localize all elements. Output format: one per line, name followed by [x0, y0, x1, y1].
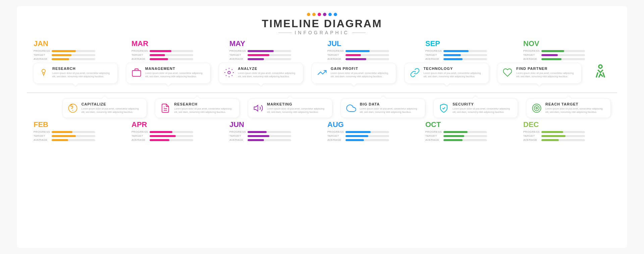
progress-bar-fill [541, 54, 558, 56]
progress-label: AVERAGE [425, 57, 441, 60]
runner-icon-extra [590, 63, 610, 83]
progress-label: PROGRESS [229, 49, 246, 52]
card-title: RESEARCH [52, 67, 113, 71]
svg-point-12 [536, 108, 537, 109]
progress-label: TARGET [131, 53, 148, 56]
card-title: BIG DATA [360, 102, 421, 106]
subtitle: INFOGRAPHIC [27, 30, 617, 35]
card-content: CAPITALIZELorem ipsum dolor sit psa amet… [82, 102, 143, 114]
progress-bar-bg [52, 58, 95, 60]
progress-bar-fill [150, 131, 172, 133]
header-dot [334, 13, 337, 16]
progress-rows: PROGRESSTARGETAVERAGE [523, 49, 610, 60]
progress-bar-bg [150, 58, 193, 60]
progress-bar-bg [150, 50, 193, 52]
progress-bar-fill [443, 54, 461, 56]
card-title: MARKETING [267, 102, 328, 106]
card-title: GAIN PROFIT [331, 67, 392, 71]
progress-row: AVERAGE [523, 57, 610, 60]
month-block: FEBPROGRESSTARGETAVERAGE [34, 120, 121, 141]
progress-row: PROGRESS [34, 130, 121, 133]
coin-icon [67, 102, 79, 114]
progress-row: PROGRESS [327, 49, 415, 52]
link-icon [409, 67, 421, 79]
info-card: FIND PARTNERLorem ipsum dolor sit psa am… [497, 63, 581, 83]
progress-bar-bg [52, 131, 95, 133]
progress-bar-fill [248, 58, 264, 60]
progress-label: PROGRESS [327, 130, 343, 133]
svg-marker-9 [254, 105, 258, 111]
subtitle-line-left [278, 33, 292, 33]
progress-row: AVERAGE [34, 57, 121, 60]
progress-row: TARGET [34, 53, 121, 56]
progress-bar-bg [150, 135, 193, 137]
progress-row: AVERAGE [425, 57, 513, 60]
info-card: CAPITALIZELorem ipsum dolor sit psa amet… [63, 99, 147, 118]
progress-row: PROGRESS [523, 130, 610, 133]
progress-bar-bg [345, 58, 389, 60]
progress-label: TARGET [523, 134, 539, 137]
progress-bar-fill [150, 50, 171, 52]
lightbulb-icon [38, 67, 50, 79]
briefcase-icon [130, 67, 143, 79]
progress-rows: PROGRESSTARGETAVERAGE [131, 130, 219, 141]
progress-label: TARGET [327, 53, 343, 56]
progress-bar-fill [52, 131, 72, 133]
timeline-divider [27, 89, 617, 96]
progress-row: PROGRESS [229, 49, 317, 52]
progress-label: AVERAGE [131, 57, 148, 60]
progress-row: TARGET [229, 53, 317, 56]
month-label: JUL [327, 39, 415, 48]
progress-label: PROGRESS [34, 49, 50, 52]
progress-label: PROGRESS [425, 130, 441, 133]
card-title: RESEARCH [174, 102, 235, 106]
card-content: RESEARCHLorem ipsum dolor sit psa amet, … [174, 102, 235, 114]
month-block: MAYPROGRESSTARGETAVERAGE [229, 39, 317, 60]
spacer [34, 99, 54, 118]
progress-row: TARGET [34, 134, 121, 137]
divider-line [27, 92, 617, 93]
info-card: MANAGEMENTLorem ipsum dolor sit psa amet… [126, 63, 210, 83]
main-page: TIMELINE DIAGRAM INFOGRAPHIC JANPROGRESS… [17, 6, 627, 248]
progress-rows: PROGRESSTARGETAVERAGE [425, 49, 513, 60]
month-label: MAY [229, 39, 317, 48]
card-text: Lorem ipsum dolor sit psa amet, consecte… [145, 72, 206, 78]
info-card: RESEARCHLorem ipsum dolor sit psa amet, … [34, 63, 117, 83]
month-label: JUN [229, 120, 317, 129]
megaphone-icon [252, 102, 264, 114]
progress-bar-bg [52, 139, 95, 141]
subtitle-line-right [352, 33, 366, 33]
progress-bar-fill [443, 50, 469, 52]
card-text: Lorem ipsum dolor sit psa amet, consecte… [267, 107, 328, 114]
card-title: FIND PARTNER [516, 67, 577, 71]
month-block: APRPROGRESSTARGETAVERAGE [131, 120, 219, 141]
card-text: Lorem ipsum dolor sit psa amet, consecte… [238, 72, 299, 78]
card-content: REACH TARGETLorem ipsum dolor sit psa am… [545, 102, 606, 114]
header-dots [27, 13, 617, 16]
progress-rows: PROGRESSTARGETAVERAGE [34, 130, 121, 141]
svg-point-4 [228, 71, 231, 74]
info-card: TECHNOLOGYLorem ipsum dolor sit psa amet… [405, 63, 489, 83]
month-block: JANPROGRESSTARGETAVERAGE [34, 39, 121, 60]
progress-label: AVERAGE [523, 138, 539, 141]
bottom-section: CAPITALIZELorem ipsum dolor sit psa amet… [27, 99, 617, 141]
month-label: JAN [34, 39, 121, 48]
month-block: OCTPROGRESSTARGETAVERAGE [425, 120, 513, 141]
card-title: REACH TARGET [545, 102, 606, 106]
card-title: MANAGEMENT [145, 67, 206, 71]
progress-label: AVERAGE [229, 57, 246, 60]
progress-row: TARGET [131, 53, 219, 56]
progress-label: TARGET [425, 53, 441, 56]
progress-label: AVERAGE [425, 138, 441, 141]
progress-bar-fill [52, 58, 69, 60]
progress-row: PROGRESS [523, 49, 610, 52]
info-card: MARKETINGLorem ipsum dolor sit psa amet,… [248, 99, 332, 118]
info-card: BIG DATALorem ipsum dolor sit psa amet, … [341, 99, 425, 118]
header-dot [328, 13, 332, 16]
month-label: SEP [425, 39, 513, 48]
card-text: Lorem ipsum dolor sit psa amet, consecte… [452, 107, 514, 114]
card-content: MANAGEMENTLorem ipsum dolor sit psa amet… [145, 67, 206, 78]
card-content: MARKETINGLorem ipsum dolor sit psa amet,… [267, 102, 328, 114]
progress-bar-fill [248, 139, 264, 141]
progress-label: AVERAGE [34, 138, 50, 141]
